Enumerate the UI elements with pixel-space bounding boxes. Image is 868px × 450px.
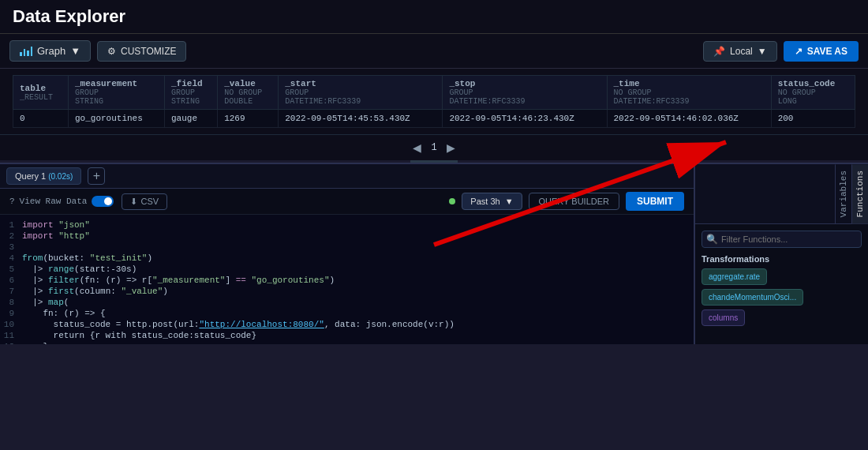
save-as-button[interactable]: ↗ SAVE AS bbox=[784, 41, 859, 62]
code-line-2: 2 import "http" bbox=[0, 231, 694, 242]
filter-input[interactable] bbox=[702, 231, 862, 248]
prev-page-button[interactable]: ◀ bbox=[413, 141, 421, 154]
query-tab-1[interactable]: Query 1 (0.02s) bbox=[6, 167, 81, 185]
line-number: 10 bbox=[0, 320, 22, 329]
functions-content: 🔍 Transformations aggregate.rate chandeM… bbox=[695, 224, 868, 344]
tab-time: (0.02s) bbox=[48, 172, 73, 181]
code-line-7: 7 |> first(column: "_value") bbox=[0, 286, 694, 297]
functions-panel: Variables Functions 🔍 Transformations ag… bbox=[694, 164, 868, 344]
col-status-code: status_code NO GROUP LONG bbox=[771, 76, 855, 110]
data-table-container: table _RESULT _measurement GROUP STRING … bbox=[0, 69, 868, 134]
local-button[interactable]: 📌 Local ▼ bbox=[703, 41, 777, 62]
code-line-8: 8 |> map( bbox=[0, 297, 694, 308]
col-measurement: _measurement GROUP STRING bbox=[69, 76, 165, 110]
cell-time: 2022-09-05T14:46:02.036Z bbox=[607, 110, 771, 128]
data-table: table _RESULT _measurement GROUP STRING … bbox=[13, 75, 855, 128]
view-raw-label: View Raw Data bbox=[20, 197, 88, 206]
col-time: _time NO GROUP DATETIME:RFC3339 bbox=[607, 76, 771, 110]
line-content: |> map( bbox=[22, 298, 69, 307]
gear-icon: ⚙ bbox=[107, 46, 116, 57]
code-line-11: 11 return {r with status_code:status_cod… bbox=[0, 330, 694, 341]
pagination: ◀ 1 ▶ bbox=[0, 134, 868, 160]
view-raw-switch[interactable] bbox=[92, 196, 114, 207]
line-number: 11 bbox=[0, 331, 22, 340]
cell-status-code: 200 bbox=[771, 110, 855, 128]
line-number: 9 bbox=[0, 309, 22, 318]
line-content: |> range(start:-30s) bbox=[22, 264, 137, 274]
pin-icon: 📌 bbox=[713, 46, 725, 57]
line-number: 8 bbox=[0, 298, 22, 307]
submit-button[interactable]: SUBMIT bbox=[626, 192, 684, 211]
line-content: import "json" bbox=[22, 220, 90, 230]
chande-momentum-func[interactable]: chandeMomentumOsci... bbox=[702, 289, 803, 306]
csv-button[interactable]: ⬇ CSV bbox=[122, 193, 167, 210]
query-builder-button[interactable]: QUERY BUILDER bbox=[529, 193, 619, 210]
col-value: _value NO GROUP DOUBLE bbox=[218, 76, 279, 110]
query-toolbar-right: Past 3h ▼ QUERY BUILDER SUBMIT bbox=[449, 192, 684, 211]
line-content: fn: (r) => { bbox=[22, 309, 106, 318]
past-time-button[interactable]: Past 3h ▼ bbox=[462, 193, 522, 210]
col-start: _start GROUP DATETIME:RFC3339 bbox=[279, 76, 443, 110]
add-query-button[interactable]: + bbox=[88, 167, 105, 185]
code-line-6: 6 |> filter(fn: (r) => r["_measurement"]… bbox=[0, 275, 694, 286]
cell-field: gauge bbox=[164, 110, 217, 128]
cell-measurement: go_goroutines bbox=[69, 110, 165, 128]
col-field: _field GROUP STRING bbox=[164, 76, 217, 110]
line-content: |> filter(fn: (r) => r["_measurement"] =… bbox=[22, 276, 335, 285]
line-number: 3 bbox=[0, 242, 22, 252]
chevron-down-icon: ▼ bbox=[70, 45, 80, 57]
columns-func[interactable]: columns bbox=[702, 309, 745, 326]
cell-table: 0 bbox=[13, 110, 69, 128]
cell-stop: 2022-09-05T14:46:23.430Z bbox=[443, 110, 607, 128]
cell-value: 1269 bbox=[218, 110, 279, 128]
line-content: |> first(column: "_value") bbox=[22, 287, 168, 296]
code-line-10: 10 status_code = http.post(url:"http://l… bbox=[0, 319, 694, 330]
table-row: 0 go_goroutines gauge 1269 2022-09-05T14… bbox=[13, 110, 855, 128]
line-number: 12 bbox=[0, 342, 22, 344]
code-editor[interactable]: 1 import "json" 2 import "http" 3 4 from… bbox=[0, 215, 694, 344]
line-number: 4 bbox=[0, 253, 22, 263]
query-panel: Query 1 (0.02s) + ? View Raw Data ⬇ CSV bbox=[0, 164, 694, 344]
csv-label: CSV bbox=[140, 197, 159, 206]
code-line-9: 9 fn: (r) => { bbox=[0, 308, 694, 319]
functions-tab[interactable]: Functions bbox=[851, 164, 868, 223]
code-line-5: 5 |> range(start:-30s) bbox=[0, 264, 694, 275]
line-content: from(bucket: "test_init") bbox=[22, 253, 152, 263]
question-icon: ? bbox=[9, 197, 15, 206]
line-number: 1 bbox=[0, 220, 22, 230]
functions-tab-bar: Variables Functions bbox=[695, 164, 868, 224]
customize-button[interactable]: ⚙ CUSTOMIZE bbox=[97, 41, 186, 62]
customize-label: CUSTOMIZE bbox=[121, 46, 176, 57]
variables-tab[interactable]: Variables bbox=[835, 164, 851, 223]
graph-button[interactable]: Graph ▼ bbox=[9, 40, 91, 62]
aggregate-rate-func[interactable]: aggregate.rate bbox=[702, 268, 767, 285]
view-raw-toggle: ? View Raw Data bbox=[9, 196, 114, 207]
cell-start: 2022-09-05T14:45:53.430Z bbox=[279, 110, 443, 128]
page-title: Data Explorer bbox=[13, 6, 125, 26]
status-indicator bbox=[449, 198, 455, 204]
line-number: 7 bbox=[0, 287, 22, 296]
line-number: 2 bbox=[0, 231, 22, 241]
chevron-down-icon: ▼ bbox=[758, 46, 767, 57]
chevron-down-icon: ▼ bbox=[505, 197, 514, 206]
bottom-section: Query 1 (0.02s) + ? View Raw Data ⬇ CSV bbox=[0, 163, 868, 344]
local-label: Local bbox=[730, 46, 753, 57]
line-content: return {r with status_code:status_code} bbox=[22, 331, 256, 340]
query-toolbar: ? View Raw Data ⬇ CSV Past 3h ▼ QUERY BU… bbox=[0, 189, 694, 215]
line-content: import "http" bbox=[22, 231, 90, 241]
past-label: Past 3h bbox=[470, 197, 499, 206]
search-icon: 🔍 bbox=[706, 234, 718, 246]
code-line-12: 12 } bbox=[0, 341, 694, 344]
next-page-button[interactable]: ▶ bbox=[447, 141, 455, 154]
transformations-label: Transformations bbox=[702, 254, 862, 264]
tab-label: Query 1 bbox=[15, 171, 46, 181]
save-as-label: SAVE AS bbox=[807, 46, 847, 57]
line-content: } bbox=[22, 342, 48, 344]
line-number: 6 bbox=[0, 276, 22, 285]
line-content: status_code = http.post(url:"http://loca… bbox=[22, 320, 455, 329]
download-icon: ⬇ bbox=[130, 197, 137, 207]
col-table: table _RESULT bbox=[13, 76, 69, 110]
line-number: 5 bbox=[0, 264, 22, 274]
export-icon: ↗ bbox=[795, 46, 803, 57]
col-stop: _stop GROUP DATETIME:RFC3339 bbox=[443, 76, 607, 110]
